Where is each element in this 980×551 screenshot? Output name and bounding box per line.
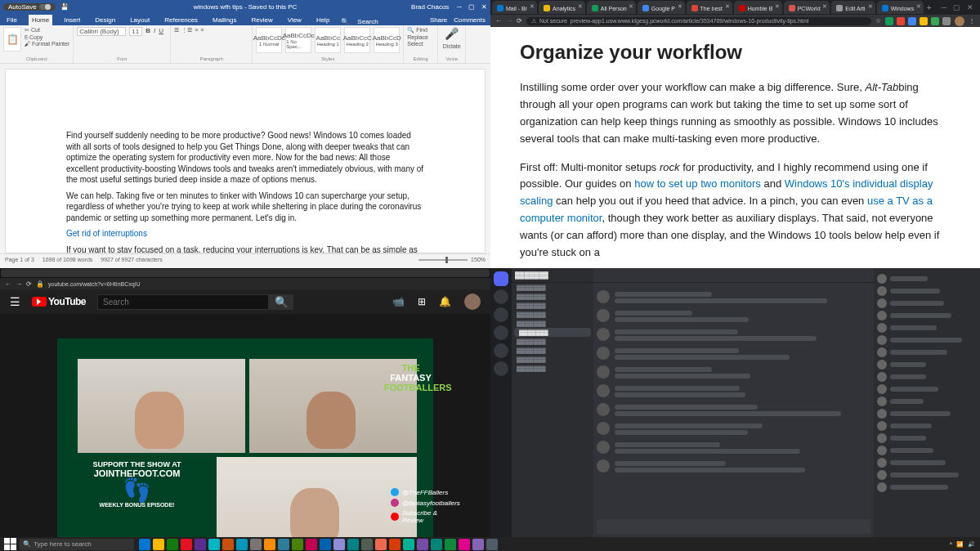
message[interactable] <box>597 459 870 474</box>
close-tab-icon[interactable]: ✕ <box>916 3 921 10</box>
page-count[interactable]: Page 1 of 3 <box>5 257 34 262</box>
taskbar-app-icon[interactable] <box>459 539 470 550</box>
taskbar-app-icon[interactable] <box>250 539 262 550</box>
avatar[interactable] <box>597 403 610 416</box>
align-left-icon[interactable]: ≡ <box>195 27 198 33</box>
browser-tab[interactable] <box>1 269 490 277</box>
document-canvas[interactable]: Find yourself suddenly needing to be mor… <box>5 69 486 253</box>
message[interactable] <box>597 347 870 361</box>
avatar[interactable] <box>597 365 610 379</box>
url-text[interactable]: youtube.com/watch?v=6HtInBCxqIU <box>48 281 141 287</box>
user-avatar[interactable] <box>464 293 481 310</box>
member-item[interactable] <box>877 286 977 296</box>
server-icon[interactable] <box>494 289 508 304</box>
channel-item[interactable]: ▓▓▓▓▓▓▓ <box>512 319 593 328</box>
extension-icon[interactable] <box>908 17 916 25</box>
search-button[interactable]: 🔍 <box>269 294 293 310</box>
style-tile[interactable]: AaBbCcCHeading 2 <box>344 27 370 53</box>
tab-references[interactable]: References <box>161 15 201 25</box>
address-bar[interactable]: ⚠ Not secure preview-app1.usw.www.idgesg… <box>526 17 871 25</box>
search-icon[interactable]: 🔍 <box>341 18 349 25</box>
extension-icon[interactable] <box>931 17 939 25</box>
taskbar-app-icon[interactable] <box>236 539 248 550</box>
underline-button[interactable]: U <box>159 27 163 34</box>
message[interactable] <box>597 441 870 455</box>
cut-button[interactable]: ✂ Cut <box>25 27 69 34</box>
avatar[interactable] <box>597 459 610 473</box>
channel-item[interactable]: ▓▓▓▓▓▓▓ <box>512 346 593 355</box>
browser-tab[interactable]: Edit Arti✕ <box>831 1 875 14</box>
reload-icon[interactable]: ⟳ <box>26 280 32 288</box>
close-tab-icon[interactable]: ✕ <box>678 3 682 10</box>
tab-insert[interactable]: Insert <box>60 15 83 25</box>
italic-button[interactable]: I <box>154 27 155 34</box>
server-icon[interactable] <box>494 325 508 340</box>
avatar[interactable] <box>597 384 610 397</box>
style-tile[interactable]: AaBbCcDc1 No Spac... <box>285 27 311 53</box>
member-item[interactable] <box>877 347 977 357</box>
server-icon[interactable] <box>494 271 508 286</box>
dictate-icon[interactable]: 🎤 <box>445 27 459 40</box>
message[interactable] <box>597 309 870 324</box>
member-item[interactable] <box>877 298 977 308</box>
taskbar-app-icon[interactable] <box>347 539 359 550</box>
taskbar-app-icon[interactable] <box>139 539 150 550</box>
minimize-icon[interactable]: ─ <box>942 3 946 11</box>
close-tab-icon[interactable]: ✕ <box>775 3 780 10</box>
taskbar-app-icon[interactable] <box>292 539 303 550</box>
member-item[interactable] <box>877 409 977 419</box>
style-tile[interactable]: AaBbCcHeading 1 <box>315 27 341 53</box>
channel-item[interactable]: ▓▓▓▓▓▓▓ <box>512 292 593 301</box>
article-link[interactable]: how to set up two monitors <box>634 177 761 190</box>
notifications-icon[interactable]: 🔔 <box>439 296 451 307</box>
bullets-icon[interactable]: ☰ <box>174 27 179 34</box>
browser-tab[interactable]: The best✕ <box>687 1 732 14</box>
member-item[interactable] <box>877 433 977 443</box>
word-count[interactable]: 1698 of 1698 words <box>43 257 93 262</box>
taskbar-app-icon[interactable] <box>264 539 275 550</box>
channel-item[interactable]: ▓▓▓▓▓▓▓ <box>512 364 593 373</box>
share-button[interactable]: Share <box>430 16 447 24</box>
close-tab-icon[interactable]: ✕ <box>578 3 583 10</box>
channel-item[interactable]: ▓▓▓▓▓▓▓ <box>512 301 593 310</box>
browser-tab[interactable]: Google P✕ <box>638 1 685 14</box>
volume-icon[interactable]: 🔊 <box>968 541 975 548</box>
bookmark-icon[interactable]: ☆ <box>875 17 881 25</box>
create-icon[interactable]: 📹 <box>392 296 405 307</box>
zoom-slider[interactable] <box>418 259 468 261</box>
taskbar-app-icon[interactable] <box>445 539 456 550</box>
browser-tab[interactable]: Analytics✕ <box>539 1 585 14</box>
start-button[interactable] <box>3 538 16 551</box>
channel-item[interactable]: ▓▓▓▓▓▓▓ <box>512 355 593 364</box>
close-tab-icon[interactable]: ✕ <box>868 3 873 10</box>
channel-item[interactable]: ▓▓▓▓▓▓▓ <box>512 310 593 319</box>
word-titlebar[interactable]: AutoSave 💾 windows wfh tips - Saved to t… <box>0 0 490 14</box>
wifi-icon[interactable]: 📶 <box>956 541 964 548</box>
font-family-select[interactable]: Calibri (Body) <box>77 27 126 36</box>
minimize-icon[interactable]: ─ <box>457 3 462 11</box>
copy-button[interactable]: ⎘ Copy <box>25 34 69 40</box>
maximize-icon[interactable]: ▢ <box>953 3 960 11</box>
taskbar-app-icon[interactable] <box>208 539 220 550</box>
member-item[interactable] <box>877 396 977 406</box>
close-tab-icon[interactable]: ✕ <box>629 3 633 10</box>
message[interactable] <box>597 403 870 418</box>
user-name[interactable]: Brad Chacos <box>411 3 449 11</box>
tell-me-search[interactable]: Search <box>357 18 378 25</box>
forward-icon[interactable]: → <box>16 280 22 288</box>
message[interactable] <box>597 290 870 305</box>
message[interactable] <box>597 422 870 437</box>
close-tab-icon[interactable]: ✕ <box>530 3 535 10</box>
search-input[interactable] <box>97 294 269 310</box>
member-item[interactable] <box>877 335 977 345</box>
avatar[interactable] <box>597 290 610 303</box>
taskbar-app-icon[interactable] <box>278 539 289 550</box>
avatar[interactable] <box>597 441 610 454</box>
taskbar-app-icon[interactable] <box>333 539 345 550</box>
char-count[interactable]: 9927 of 9927 characters <box>101 257 163 262</box>
tab-home[interactable]: Home <box>29 15 52 25</box>
taskbar-app-icon[interactable] <box>167 539 178 550</box>
tab-view[interactable]: View <box>284 15 305 25</box>
tab-help[interactable]: Help <box>313 15 333 25</box>
replace-button[interactable]: Replace <box>407 34 428 40</box>
